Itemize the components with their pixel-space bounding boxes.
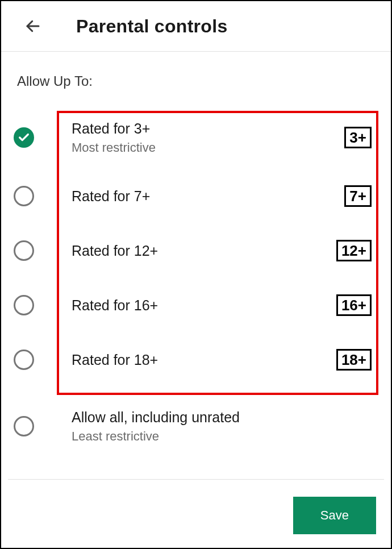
option-labels: Rated for 12+ xyxy=(34,243,336,259)
options-list: Rated for 3+ Most restrictive 3+ Rated f… xyxy=(1,106,391,458)
page-title: Parental controls xyxy=(76,16,228,37)
option-labels: Allow all, including unrated Least restr… xyxy=(34,409,378,444)
rating-badge: 3+ xyxy=(344,127,372,149)
option-label: Rated for 16+ xyxy=(72,297,336,314)
back-arrow-icon[interactable] xyxy=(22,15,44,38)
rating-badge: 16+ xyxy=(336,294,372,317)
option-rated-3[interactable]: Rated for 3+ Most restrictive 3+ xyxy=(14,106,378,169)
option-label: Allow all, including unrated xyxy=(72,409,378,426)
rating-badge: 12+ xyxy=(336,240,372,262)
radio-icon[interactable] xyxy=(14,295,34,315)
option-rated-16[interactable]: Rated for 16+ 16+ xyxy=(14,278,378,332)
option-label: Rated for 12+ xyxy=(72,243,336,259)
section-label: Allow Up To: xyxy=(1,52,391,102)
rating-badge: 18+ xyxy=(336,349,372,371)
save-button[interactable]: Save xyxy=(293,497,376,534)
option-label: Rated for 3+ xyxy=(72,120,344,137)
rating-badge: 7+ xyxy=(344,185,372,207)
divider xyxy=(8,479,384,480)
header: Parental controls xyxy=(1,1,391,52)
option-label: Rated for 7+ xyxy=(72,188,344,205)
option-allow-all[interactable]: Allow all, including unrated Least restr… xyxy=(14,395,378,458)
option-labels: Rated for 16+ xyxy=(34,297,336,314)
radio-selected-icon[interactable] xyxy=(14,127,34,148)
option-labels: Rated for 3+ Most restrictive xyxy=(34,120,344,155)
option-sublabel: Most restrictive xyxy=(72,140,344,155)
option-labels: Rated for 7+ xyxy=(34,188,344,205)
radio-icon[interactable] xyxy=(14,416,34,436)
option-label: Rated for 18+ xyxy=(72,352,336,368)
radio-icon[interactable] xyxy=(14,350,34,370)
option-labels: Rated for 18+ xyxy=(34,352,336,368)
option-sublabel: Least restrictive xyxy=(72,429,378,444)
option-rated-12[interactable]: Rated for 12+ 12+ xyxy=(14,223,378,278)
option-rated-18[interactable]: Rated for 18+ 18+ xyxy=(14,332,378,387)
radio-icon[interactable] xyxy=(14,186,34,206)
option-rated-7[interactable]: Rated for 7+ 7+ xyxy=(14,169,378,223)
radio-icon[interactable] xyxy=(14,240,34,261)
